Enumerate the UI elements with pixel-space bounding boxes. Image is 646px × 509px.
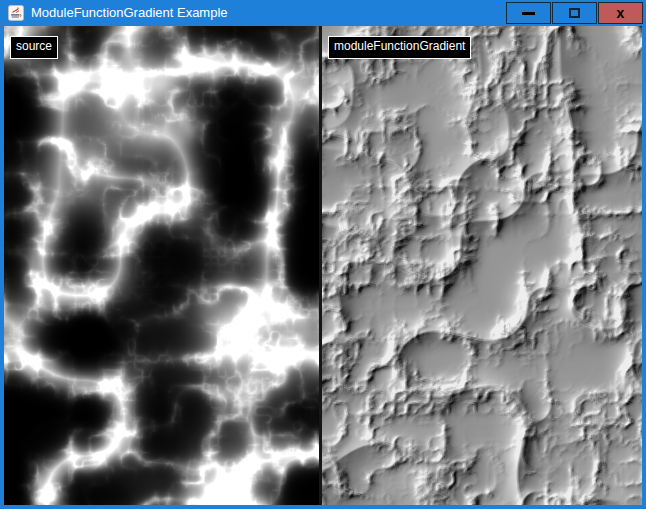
source-image	[4, 26, 319, 505]
gradient-image	[322, 26, 642, 505]
source-label: source	[10, 36, 58, 59]
minimize-button[interactable]	[506, 2, 551, 24]
close-x-icon: x	[617, 6, 625, 20]
minimize-dash-icon	[522, 12, 535, 15]
content-area: source moduleFunctionGradient	[4, 26, 642, 505]
close-button[interactable]: x	[598, 2, 643, 24]
maximize-square-icon	[569, 8, 580, 18]
java-coffee-cup-icon[interactable]	[8, 5, 24, 21]
window-controls: x	[506, 2, 643, 24]
gradient-label: moduleFunctionGradient	[328, 36, 471, 59]
app-window: ModuleFunctionGradient Example x source …	[0, 0, 646, 509]
maximize-button[interactable]	[552, 2, 597, 24]
source-panel: source	[4, 26, 319, 505]
gradient-panel: moduleFunctionGradient	[322, 26, 642, 505]
window-title: ModuleFunctionGradient Example	[31, 0, 228, 26]
